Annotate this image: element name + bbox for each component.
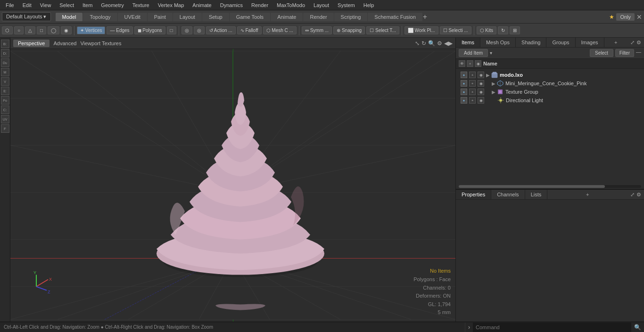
command-input[interactable] xyxy=(473,323,631,332)
tb2-icon7[interactable]: □ xyxy=(167,26,176,34)
tab-topology[interactable]: Topology xyxy=(83,13,117,21)
tb2-icon6[interactable]: ◉ xyxy=(61,26,72,34)
tb2-icon9[interactable]: ◎ xyxy=(194,26,205,34)
ls-btn-b[interactable]: B: xyxy=(1,40,9,48)
kits-btn[interactable]: ⬡ Kits xyxy=(477,26,496,34)
command-arrow[interactable]: › xyxy=(465,324,473,331)
tab-groups[interactable]: Groups xyxy=(546,38,575,47)
refresh-btn[interactable]: ↻ xyxy=(498,26,508,34)
tree-item-mesh[interactable]: ● + ◉ ▶ Mini_Meringue_Cone_Cook xyxy=(456,79,644,88)
tree-item-texture[interactable]: ● + ◉ ▶ Texture Group xyxy=(456,88,644,96)
tab-shading[interactable]: Shading xyxy=(516,38,546,47)
btab-channels[interactable]: Channels xyxy=(491,190,525,199)
vp-zoom-icon[interactable]: 🔍 xyxy=(428,40,435,47)
menu-edit[interactable]: Edit xyxy=(19,1,35,9)
scrollbar-thumb[interactable] xyxy=(459,185,605,188)
menu-view[interactable]: View xyxy=(36,1,55,9)
grid-btn[interactable]: ⊞ xyxy=(510,26,520,34)
menu-render[interactable]: Render xyxy=(248,1,272,9)
menu-item[interactable]: Item xyxy=(79,1,96,9)
command-search-icon[interactable]: 🔍 xyxy=(631,324,644,331)
menu-maxtomodo[interactable]: MaxToModo xyxy=(273,1,309,9)
ls-btn-f[interactable]: F xyxy=(1,124,9,133)
select-button[interactable]: Select xyxy=(590,49,613,57)
items-scrollbar[interactable] xyxy=(459,185,641,188)
close-button[interactable]: ✕ xyxy=(636,13,642,21)
tb2-icon3[interactable]: △ xyxy=(25,26,35,34)
tab-images[interactable]: Images xyxy=(576,38,604,47)
mesh-btn[interactable]: ⬡ Mesh C ... xyxy=(263,26,297,34)
ls-btn-pol[interactable]: Po xyxy=(1,96,9,105)
vp-tab-advanced[interactable]: Advanced xyxy=(53,40,76,46)
ls-btn-d[interactable]: D: xyxy=(1,49,9,57)
menu-dynamics[interactable]: Dynamics xyxy=(216,1,247,9)
menu-help[interactable]: Help xyxy=(360,1,378,9)
tab-layout[interactable]: Layout xyxy=(173,13,202,21)
selecti-btn[interactable]: ☐ Selecti ... xyxy=(440,26,471,34)
filter-button[interactable]: Filter xyxy=(615,49,634,57)
tab-render[interactable]: Render xyxy=(303,13,333,21)
ls-btn-em[interactable]: E: xyxy=(1,87,9,95)
menu-select[interactable]: Select xyxy=(56,1,78,9)
canvas-area[interactable]: X Y Z No Items Polygons : Face Channels:… xyxy=(10,49,455,322)
add-tab-button[interactable]: + xyxy=(423,13,427,21)
menu-animate[interactable]: Animate xyxy=(189,1,215,9)
vertices-btn[interactable]: ✦ Vertices xyxy=(77,26,105,34)
snapping-btn[interactable]: ⊕ Snapping xyxy=(333,26,365,34)
ls-btn-c[interactable]: C: xyxy=(1,105,9,114)
vp-tab-textures[interactable]: Viewport Textures xyxy=(80,40,121,46)
tab-setup[interactable]: Setup xyxy=(202,13,229,21)
ls-btn-uv[interactable]: UV xyxy=(1,115,9,123)
tb2-icon4[interactable]: □ xyxy=(37,26,46,34)
polygons-btn[interactable]: ◼ Polygons xyxy=(134,26,165,34)
tb2-icon8[interactable]: ◎ xyxy=(182,26,192,34)
vp-arrows-icon[interactable]: ◀▶ xyxy=(444,40,453,47)
workpl-btn[interactable]: ⬜ Work Pl... xyxy=(405,26,438,34)
tb2-icon5[interactable]: ◯ xyxy=(48,26,59,34)
items-minus-icon[interactable]: — xyxy=(636,49,641,57)
edges-btn[interactable]: — Edges xyxy=(107,26,132,34)
menu-layout[interactable]: Layout xyxy=(310,1,333,9)
tab-gametools[interactable]: Game Tools xyxy=(230,13,271,21)
add-panel-tab-button[interactable]: + xyxy=(611,38,621,47)
vp-move-icon[interactable]: ⤡ xyxy=(415,40,420,47)
bottom-settings-icon[interactable]: ⚙ xyxy=(636,192,641,198)
btab-properties[interactable]: Properties xyxy=(456,190,491,199)
tab-meshops[interactable]: Mesh Ops xyxy=(480,38,516,47)
add-item-button[interactable]: Add Item xyxy=(459,49,488,57)
tab-animate[interactable]: Animate xyxy=(271,13,303,21)
ls-btn-dup[interactable]: Du xyxy=(1,58,9,67)
tb2-icon1[interactable]: ⬡ xyxy=(2,26,13,34)
viewport[interactable]: Perspective Advanced Viewport Textures ⤡… xyxy=(10,38,455,322)
panel-expand-icon[interactable]: ⤢ xyxy=(630,40,635,46)
tab-items[interactable]: Items xyxy=(456,38,480,47)
add-item-dropdown[interactable]: ▾ xyxy=(490,50,492,56)
action-btn[interactable]: ↺ Action ... xyxy=(206,26,236,34)
vp-rotate-icon[interactable]: ↻ xyxy=(421,40,426,47)
tab-model[interactable]: Model xyxy=(56,13,83,21)
vp-tab-perspective[interactable]: Perspective xyxy=(13,40,50,47)
bottom-expand-icon[interactable]: ⤢ xyxy=(630,192,635,198)
menu-file[interactable]: File xyxy=(2,1,18,9)
tab-scripting[interactable]: Scripting xyxy=(334,13,368,21)
menu-texture[interactable]: Texture xyxy=(129,1,153,9)
tab-uvedit[interactable]: UVEdit xyxy=(118,13,147,21)
tab-schematicfusion[interactable]: Schematic Fusion xyxy=(368,13,422,21)
btab-lists[interactable]: Lists xyxy=(525,190,548,199)
ls-btn-vert[interactable]: V xyxy=(1,77,9,86)
menu-system[interactable]: System xyxy=(334,1,359,9)
tab-paint[interactable]: Paint xyxy=(148,13,173,21)
symm-btn[interactable]: ⇔ Symm ... xyxy=(302,26,332,34)
tree-item-light[interactable]: ● + ◉ xyxy=(456,96,644,105)
vp-settings-icon[interactable]: ⚙ xyxy=(437,40,442,47)
ls-btn-mes[interactable]: M xyxy=(1,68,9,76)
menu-vertexmap[interactable]: Vertex Map xyxy=(154,1,188,9)
panel-settings-icon[interactable]: ⚙ xyxy=(636,40,641,46)
tb2-icon2[interactable]: ○ xyxy=(14,26,24,34)
falloff-btn[interactable]: ∿ Falloff xyxy=(237,26,262,34)
add-bottom-tab-button[interactable]: + xyxy=(582,190,593,199)
tree-item-modo[interactable]: ● + ◉ ▶ modo.lxo xyxy=(456,71,644,79)
menu-geometry[interactable]: Geometry xyxy=(97,1,127,9)
selectt-btn[interactable]: ☐ Select T... xyxy=(366,26,399,34)
layout-dropdown[interactable]: Default Layouts ▾ xyxy=(2,12,51,21)
